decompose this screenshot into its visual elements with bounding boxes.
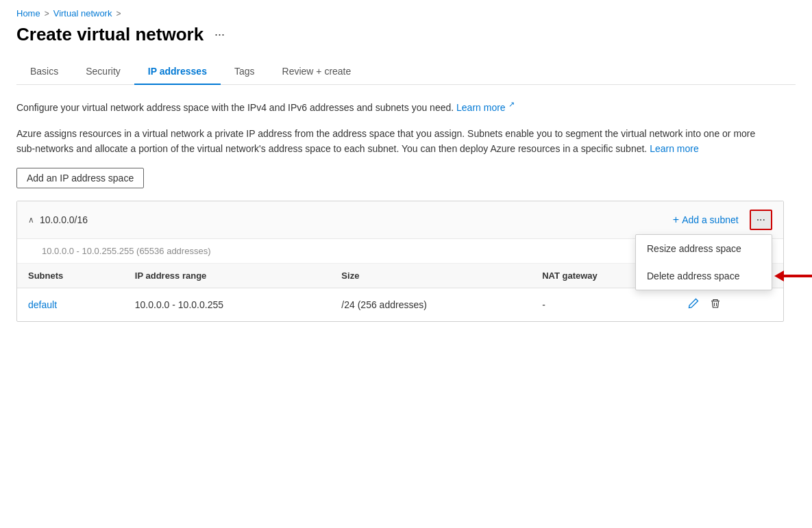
col-header-subnets: Subnets (17, 264, 124, 288)
subnet-default-link[interactable]: default (28, 299, 57, 310)
tab-tags[interactable]: Tags (221, 59, 269, 85)
tab-security[interactable]: Security (72, 59, 134, 85)
breadcrumb: Home > Virtual network > (16, 0, 796, 24)
page-title-row: Create virtual network ··· (16, 24, 796, 45)
svg-rect-0 (711, 301, 719, 301)
ip-space-actions: + Add a subnet ··· Resize address space … (667, 210, 772, 230)
add-ip-address-space-button[interactable]: Add an IP address space (16, 168, 144, 188)
ellipsis-dropdown-wrapper: ··· Resize address space Delete address … (750, 210, 772, 230)
breadcrumb-home[interactable]: Home (16, 8, 40, 18)
breadcrumb-sep-1: > (45, 9, 49, 18)
col-header-ip-range: IP address range (124, 264, 331, 288)
subnet-ip-range-cell: 10.0.0.0 - 10.0.0.255 (124, 288, 331, 322)
subnet-size-cell: /24 (256 addresses) (330, 288, 531, 322)
subnet-nat-cell: - (531, 288, 676, 322)
subnet-action-icons (687, 297, 772, 313)
page-title: Create virtual network (16, 24, 204, 45)
table-row: default 10.0.0.0 - 10.0.0.255 /24 (256 a… (17, 288, 783, 322)
arrow-body (784, 275, 812, 277)
delete-arrow-annotation (774, 271, 812, 281)
ip-space-container: ∧ 10.0.0.0/16 + Add a subnet ··· Resize … (16, 201, 784, 322)
subnet-actions-cell (676, 288, 783, 322)
ip-space-header: ∧ 10.0.0.0/16 + Add a subnet ··· Resize … (17, 201, 783, 239)
tab-bar: Basics Security IP addresses Tags Review… (16, 59, 796, 85)
col-header-size: Size (330, 264, 531, 288)
plus-icon: + (673, 214, 679, 226)
external-link-icon-1: ↗ (508, 100, 515, 108)
tab-basics[interactable]: Basics (16, 59, 72, 85)
learn-more-link-1[interactable]: Learn more ↗ (456, 102, 514, 113)
breadcrumb-virtual-network[interactable]: Virtual network (53, 8, 112, 18)
learn-more-link-2[interactable]: Learn more (650, 143, 699, 154)
breadcrumb-sep-2: > (116, 9, 121, 18)
ip-space-title-row: ∧ 10.0.0.0/16 (28, 214, 88, 225)
add-subnet-button[interactable]: + Add a subnet (667, 211, 744, 229)
dropdown-delete[interactable]: Delete address space (636, 262, 772, 290)
description-1: Configure your virtual network address s… (16, 99, 770, 115)
arrow-head-icon (774, 271, 784, 281)
subnet-table-body: default 10.0.0.0 - 10.0.0.255 /24 (256 a… (17, 288, 783, 322)
dropdown-resize[interactable]: Resize address space (636, 235, 772, 262)
tab-review-create[interactable]: Review + create (269, 59, 365, 85)
delete-subnet-button[interactable] (709, 297, 722, 313)
chevron-up-icon: ∧ (28, 215, 34, 225)
edit-subnet-button[interactable] (687, 297, 700, 313)
ip-space-cidr: 10.0.0.0/16 (40, 214, 88, 225)
tab-ip-addresses[interactable]: IP addresses (134, 59, 221, 85)
page-more-button[interactable]: ··· (210, 26, 229, 43)
subnet-name-cell: default (17, 288, 124, 322)
dropdown-menu: Resize address space Delete address spac… (635, 234, 772, 290)
ellipsis-button[interactable]: ··· (750, 210, 772, 230)
description-2: Azure assigns resources in a virtual net… (16, 126, 770, 157)
